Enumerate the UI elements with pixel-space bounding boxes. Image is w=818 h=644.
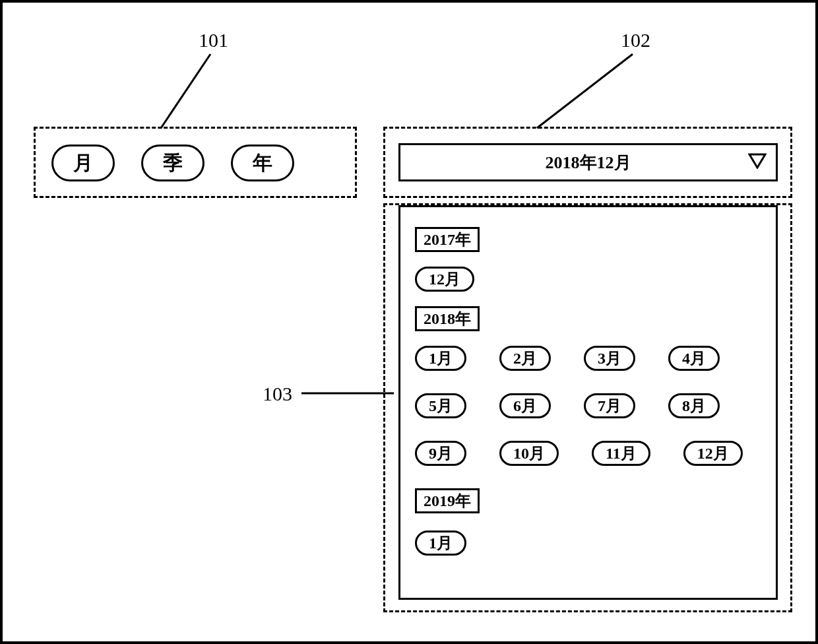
svg-marker-3 <box>749 154 765 168</box>
date-panel-group: 2017年 12月 2018年 1月 2月 3月 4月 5月 6月 7月 8月 <box>383 203 792 612</box>
callout-102-label: 102 <box>621 29 650 51</box>
month-2018-07[interactable]: 7月 <box>584 393 635 418</box>
year-2017-label: 2017年 <box>415 227 480 252</box>
svg-line-1 <box>537 54 633 128</box>
period-selector-group: 月 季 年 <box>34 127 357 198</box>
month-2018-02[interactable]: 2月 <box>499 346 551 371</box>
chevron-down-icon <box>748 153 767 172</box>
svg-line-0 <box>161 54 210 128</box>
month-2017-12[interactable]: 12月 <box>415 267 474 292</box>
month-2019-01[interactable]: 1月 <box>415 531 466 556</box>
date-panel: 2017年 12月 2018年 1月 2月 3月 4月 5月 6月 7月 8月 <box>398 205 778 600</box>
month-2018-06[interactable]: 6月 <box>499 393 551 418</box>
period-year-button[interactable]: 年 <box>231 145 294 181</box>
month-2018-04[interactable]: 4月 <box>668 346 720 371</box>
year-2018-label: 2018年 <box>415 306 480 331</box>
callout-102-leader <box>530 49 649 135</box>
callout-103-label: 103 <box>263 383 292 405</box>
period-quarter-button[interactable]: 季 <box>141 145 204 181</box>
callout-101-leader <box>154 49 227 135</box>
month-2018-10[interactable]: 10月 <box>499 441 559 466</box>
month-2018-12[interactable]: 12月 <box>683 441 743 466</box>
month-2018-11[interactable]: 11月 <box>592 441 650 466</box>
date-dropdown[interactable]: 2018年12月 <box>398 143 778 181</box>
month-2018-05[interactable]: 5月 <box>415 393 466 418</box>
callout-101-label: 101 <box>199 29 228 51</box>
month-2018-08[interactable]: 8月 <box>668 393 720 418</box>
month-2018-09[interactable]: 9月 <box>415 441 466 466</box>
date-dropdown-group: 2018年12月 <box>383 127 792 198</box>
month-2018-03[interactable]: 3月 <box>584 346 635 371</box>
date-dropdown-value: 2018年12月 <box>546 151 631 174</box>
year-2019-label: 2019年 <box>415 488 480 513</box>
month-2018-01[interactable]: 1月 <box>415 346 466 371</box>
period-month-button[interactable]: 月 <box>51 145 115 181</box>
figure-canvas: 101 102 103 月 季 年 2018年12月 2017年 <box>0 0 818 644</box>
